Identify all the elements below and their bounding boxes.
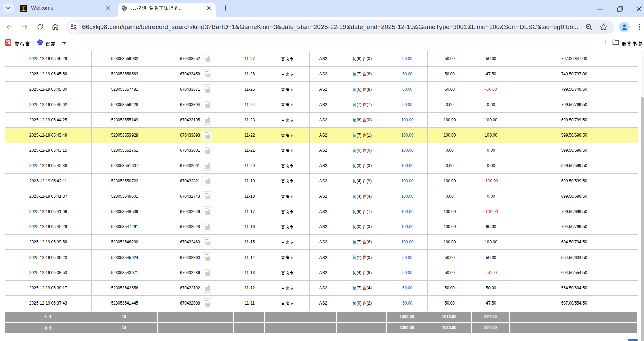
svg-text:du: du (39, 43, 41, 45)
